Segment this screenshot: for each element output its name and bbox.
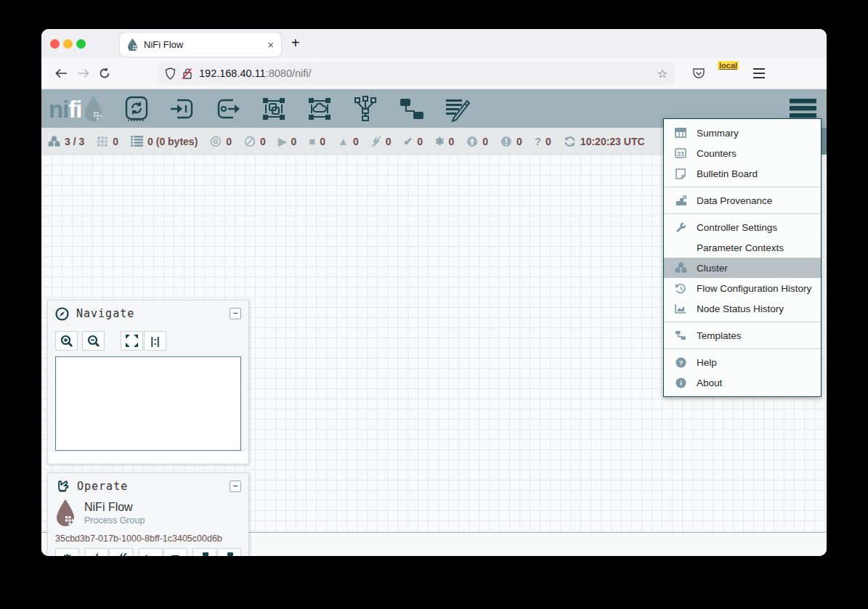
drag-process-group-icon[interactable]	[259, 94, 288, 123]
drag-input-port-icon[interactable]	[168, 94, 197, 123]
navigate-palette: Navigate − |:|	[47, 300, 249, 465]
menu-label: Help	[697, 357, 717, 368]
bulletin-board-icon	[673, 168, 688, 179]
browser-navbar: 192.168.40.11:8080/nifi/ ☆ local	[41, 58, 827, 89]
drag-remote-process-group-icon[interactable]	[305, 94, 334, 123]
stat-stopped: ■ 0	[309, 135, 325, 147]
global-menu: Summary 23 Counters Bulletin Board Data …	[663, 118, 822, 397]
disable-button[interactable]	[109, 548, 133, 556]
transmitting-icon	[210, 136, 222, 147]
menu-item-node-status-history[interactable]: Node Status History	[664, 298, 821, 319]
menu-label: Templates	[697, 330, 742, 341]
menu-label: Controller Settings	[697, 222, 777, 233]
maximize-window-button[interactable]	[76, 39, 86, 49]
stat-refresh: 10:20:23 UTC	[564, 136, 645, 147]
tab-close-icon[interactable]: ×	[267, 38, 274, 51]
configuration-button[interactable]: ⚙	[55, 548, 79, 556]
new-tab-button[interactable]: +	[291, 35, 300, 52]
back-icon[interactable]	[50, 62, 72, 84]
up-to-date-icon: ✔	[404, 135, 413, 148]
menu-label: About	[697, 377, 722, 388]
stat-disabled: 0	[371, 136, 392, 147]
last-refresh-time: 10:20:23 UTC	[580, 136, 645, 147]
history-icon	[673, 283, 688, 294]
create-template-button[interactable]	[192, 548, 216, 556]
url-text[interactable]: 192.168.40.11:8080/nifi/	[199, 68, 652, 79]
reload-icon[interactable]	[94, 62, 115, 84]
stat-transmitting: 0	[210, 136, 232, 147]
selected-component-id: 35cbd3b7-017b-1000-8bff-1c3405c00d6b	[48, 526, 248, 548]
logo-ni: ni	[49, 97, 68, 121]
navigate-title: Navigate	[76, 307, 222, 320]
shield-icon[interactable]	[165, 68, 176, 80]
menu-item-templates[interactable]: Templates	[664, 325, 821, 346]
pocket-icon[interactable]	[692, 68, 705, 80]
start-button[interactable]: ▶	[139, 548, 163, 556]
browser-tab[interactable]: NiFi Flow ×	[120, 33, 281, 57]
zoom-actual-size-button[interactable]: |:|	[144, 331, 166, 351]
menu-item-summary[interactable]: Summary	[664, 123, 821, 143]
browser-window: NiFi Flow × + 192.168.40.11:8080/nifi/ ☆	[41, 29, 827, 556]
browser-menu-icon[interactable]	[753, 68, 765, 78]
zoom-fit-button[interactable]	[121, 331, 143, 351]
bookmark-star-icon[interactable]: ☆	[657, 67, 668, 81]
close-window-button[interactable]	[50, 39, 60, 49]
drag-label-icon[interactable]	[442, 94, 471, 123]
insecure-lock-icon[interactable]	[182, 68, 193, 80]
menu-item-about[interactable]: i About	[664, 372, 821, 393]
save-template-icon	[197, 552, 213, 556]
logo-fi: fi	[68, 97, 81, 121]
sync-failure-icon: ?	[535, 135, 541, 147]
drag-processor-icon[interactable]	[122, 94, 151, 123]
area-chart-icon	[673, 303, 688, 314]
play-icon: ▶	[145, 551, 155, 556]
profile-label: local	[718, 61, 739, 70]
locally-modified-stale-icon	[500, 136, 512, 147]
birdseye-minimap[interactable]	[55, 356, 241, 451]
profile-avatar[interactable]: local	[720, 64, 739, 83]
svg-text:?: ?	[678, 359, 683, 367]
stale-icon	[466, 136, 478, 147]
menu-item-help[interactable]: ? Help	[664, 352, 821, 372]
svg-text:23: 23	[677, 150, 684, 158]
upload-template-button[interactable]	[217, 548, 241, 556]
menu-item-cluster[interactable]: Cluster	[664, 258, 821, 278]
url-bar[interactable]: 192.168.40.11:8080/nifi/ ☆	[158, 62, 675, 85]
forward-icon[interactable]	[72, 62, 94, 84]
zoom-out-icon	[87, 335, 100, 348]
stat-up-to-date: ✔ 0	[404, 135, 423, 148]
stat-locally-modified: ✱ 0	[435, 135, 454, 148]
tab-strip: NiFi Flow × +	[41, 29, 827, 58]
menu-item-flow-configuration-history[interactable]: Flow Configuration History	[664, 278, 821, 298]
navigate-collapse-button[interactable]: −	[230, 308, 241, 319]
drag-template-icon[interactable]	[397, 94, 426, 123]
compass-icon	[55, 307, 69, 321]
zoom-out-button[interactable]	[82, 331, 105, 351]
menu-label: Cluster	[697, 263, 728, 274]
nifi-global-menu-icon[interactable]	[790, 99, 816, 118]
menu-item-data-provenance[interactable]: Data Provenance	[664, 190, 821, 211]
wrench-icon	[673, 222, 688, 233]
lightning-icon	[92, 552, 102, 556]
menu-item-counters[interactable]: 23 Counters	[664, 143, 821, 163]
stop-button[interactable]: ■	[163, 548, 187, 556]
menu-label: Parameter Contexts	[697, 242, 784, 253]
zoom-in-button[interactable]	[55, 331, 78, 351]
cluster-cubes-icon	[673, 262, 688, 274]
operate-collapse-button[interactable]: −	[230, 481, 241, 492]
minimize-window-button[interactable]	[63, 39, 73, 49]
enable-button[interactable]	[85, 548, 109, 556]
menu-item-bulletin-board[interactable]: Bulletin Board	[664, 163, 821, 184]
stat-locally-modified-stale: 0	[500, 136, 522, 147]
menu-item-parameter-contexts[interactable]: Parameter Contexts	[664, 237, 821, 258]
running-icon: ▶	[278, 135, 287, 148]
minimap-resize-strip[interactable]	[49, 452, 248, 463]
menu-separator	[664, 322, 821, 322]
menu-label: Node Status History	[697, 303, 784, 314]
menu-item-controller-settings[interactable]: Controller Settings	[664, 217, 821, 237]
counters-icon: 23	[673, 148, 688, 158]
refresh-icon[interactable]	[564, 136, 576, 147]
drag-output-port-icon[interactable]	[214, 94, 243, 123]
drag-funnel-icon[interactable]	[351, 94, 380, 123]
process-group-drop-icon	[55, 499, 76, 526]
